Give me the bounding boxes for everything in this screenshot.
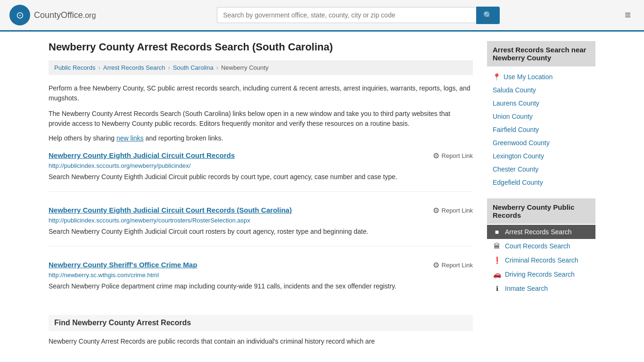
nearby-section: Arrest Records Search near Newberry Coun… [487,41,595,189]
report-label-3: Report Link [442,262,473,269]
records-court[interactable]: 🏛 Court Records Search [487,239,595,253]
report-icon-3: ⚙ [433,261,439,270]
result-header-3: Newberry County Sheriff's Office Crime M… [49,261,473,270]
court-icon: 🏛 [493,242,501,250]
driving-icon: 🚗 [493,271,501,278]
breadcrumb-newberry: Newberry County [221,64,268,71]
result-url-2[interactable]: http://publicindex.sccourts.org/newberry… [49,217,473,224]
arrest-icon: ■ [493,228,501,236]
result-desc-3: Search Newberry Police department crime … [49,281,473,291]
share-after: and reporting broken links. [144,134,223,142]
logo-area: ⊙ CountyOffice.org [9,5,96,25]
use-my-location[interactable]: 📍 Use My Location [487,70,595,83]
breadcrumb-arrest-records[interactable]: Arrest Records Search [103,64,165,71]
records-criminal[interactable]: ❗ Criminal Records Search [487,253,595,267]
find-section-text: Newberry County Arrest Records are publi… [49,337,473,346]
result-url-3[interactable]: http://newberry.sc.wthgis.com/crime.html [49,272,473,279]
result-title-3[interactable]: Newberry County Sheriff's Office Crime M… [49,261,197,269]
result-card-3: Newberry County Sheriff's Office Crime M… [49,261,473,301]
result-card-1: Newberry County Eighth Judicial Circuit … [49,151,473,192]
public-records-section: Newberry County Public Records ■ Arrest … [487,198,595,296]
page-title: Newberry County Arrest Records Search (S… [49,41,473,53]
nearby-saluda[interactable]: Saluda County [487,83,595,97]
breadcrumb-public-records[interactable]: Public Records [54,64,95,71]
content-area: Newberry County Arrest Records Search (S… [49,41,473,346]
search-button[interactable]: 🔍 [476,7,500,24]
report-label-1: Report Link [442,152,473,159]
result-desc-2: Search Newberry County Eighth Judicial C… [49,227,473,237]
report-icon-2: ⚙ [433,206,439,215]
new-links[interactable]: new links [116,134,144,142]
breadcrumb-sep-1: › [98,64,100,71]
menu-button[interactable]: ≡ [621,7,635,23]
report-link-2[interactable]: ⚙ Report Link [433,206,473,215]
breadcrumb-south-carolina[interactable]: South Carolina [173,64,214,71]
records-criminal-link[interactable]: Criminal Records Search [505,256,578,264]
location-pin-icon: 📍 [493,73,501,81]
report-link-3[interactable]: ⚙ Report Link [433,261,473,270]
report-label-2: Report Link [442,207,473,214]
result-desc-1: Search Newberry County Eighth Judicial C… [49,172,473,182]
result-title-1[interactable]: Newberry County Eighth Judicial Circuit … [49,151,235,159]
result-header-1: Newberry County Eighth Judicial Circuit … [49,151,473,160]
site-header: ⊙ CountyOffice.org 🔍 ≡ [0,0,644,32]
search-input[interactable] [217,7,476,23]
result-title-2[interactable]: Newberry County Eighth Judicial Circuit … [49,206,292,214]
logo-text: CountyOffice.org [34,10,96,20]
result-header-2: Newberry County Eighth Judicial Circuit … [49,206,473,215]
breadcrumb-sep-2: › [168,64,170,71]
records-arrest[interactable]: ■ Arrest Records Search [487,225,595,239]
inmate-icon: ℹ [493,285,501,292]
intro-paragraph-2: The Newberry County Arrest Records Searc… [49,109,473,129]
results-list: Newberry County Eighth Judicial Circuit … [49,151,473,301]
search-bar: 🔍 [217,7,500,24]
records-driving-link[interactable]: Driving Records Search [505,271,575,278]
result-url-1[interactable]: http://publicindex.sccourts.org/newberry… [49,162,473,169]
nearby-fairfield[interactable]: Fairfield County [487,123,595,136]
nearby-greenwood[interactable]: Greenwood County [487,136,595,149]
criminal-icon: ❗ [493,256,501,264]
logo-icon: ⊙ [9,5,30,25]
nearby-union[interactable]: Union County [487,110,595,123]
use-location-link[interactable]: Use My Location [504,73,553,81]
report-icon-1: ⚙ [433,151,439,160]
share-before: Help others by sharing [49,134,116,142]
nearby-edgefield[interactable]: Edgefield County [487,176,595,189]
records-arrest-label: Arrest Records Search [505,228,572,236]
public-records-title: Newberry County Public Records [487,198,595,224]
nearby-section-title: Arrest Records Search near Newberry Coun… [487,41,595,66]
main-container: Newberry County Arrest Records Search (S… [39,32,605,356]
report-link-1[interactable]: ⚙ Report Link [433,151,473,160]
nearby-lexington[interactable]: Lexington County [487,149,595,163]
nearby-laurens[interactable]: Laurens County [487,97,595,110]
nearby-chester[interactable]: Chester County [487,163,595,176]
sidebar: Arrest Records Search near Newberry Coun… [487,41,595,346]
find-section: Find Newberry County Arrest Records Newb… [49,315,473,346]
intro-paragraph-1: Perform a free Newberry County, SC publi… [49,83,473,103]
records-court-link[interactable]: Court Records Search [505,242,570,250]
records-inmate-link[interactable]: Inmate Search [505,285,548,292]
result-card-2: Newberry County Eighth Judicial Circuit … [49,206,473,247]
find-section-title: Find Newberry County Arrest Records [49,315,473,331]
records-driving[interactable]: 🚗 Driving Records Search [487,267,595,281]
breadcrumb-sep-3: › [216,64,218,71]
breadcrumb: Public Records › Arrest Records Search ›… [49,60,473,75]
records-inmate[interactable]: ℹ Inmate Search [487,281,595,296]
share-text: Help others by sharing new links and rep… [49,134,473,142]
